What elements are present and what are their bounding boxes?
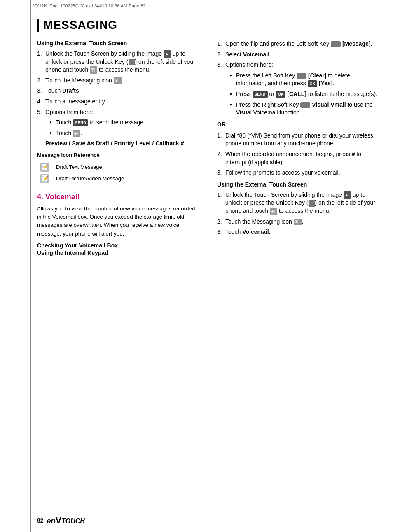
or-steps-list: 1. Dial *86 (*VM) Send from your phone o… xyxy=(217,132,381,177)
left-soft-key-icon xyxy=(331,41,341,47)
section1-title: Using the External Touch Screen xyxy=(37,40,201,47)
right-step-3: 3. Options from here: Press the Left Sof… xyxy=(217,61,381,117)
right-option-call: Press SEND or OK [CALL] to listen to the… xyxy=(229,90,381,98)
voicemail-description: Allows you to view the number of new voi… xyxy=(37,205,201,238)
or-step-3: 3. Follow the prompts to access your voi… xyxy=(217,169,381,177)
option-send: Touch SEND to send the message. xyxy=(49,119,201,127)
ext-touch-title: Using the External Touch Screen xyxy=(217,181,381,188)
right-soft-key-icon xyxy=(300,102,310,108)
checking-title1: Checking Your Voicemail Box xyxy=(37,242,201,249)
messaging-icon-2 xyxy=(294,219,302,225)
brand-logo: enVTOUCH xyxy=(47,515,85,526)
checking-section: Checking Your Voicemail Box Using the In… xyxy=(37,242,201,256)
right-option-clear: Press the Left Soft Key [Clear] to delet… xyxy=(229,72,381,88)
lock-key-icon xyxy=(129,59,135,65)
right-column: 1. Open the flip and press the Left Soft… xyxy=(217,40,381,257)
right-steps-top: 1. Open the flip and press the Left Soft… xyxy=(217,40,381,117)
step-1: 1. Unlock the Touch Screen by sliding th… xyxy=(37,50,201,74)
step-4: 4. Touch a message entry. xyxy=(37,98,201,106)
draft-text-label: Draft Text Message xyxy=(53,161,127,173)
option-menu: Touch . xyxy=(49,129,201,138)
icon-reference-table: Draft Text Message Draft Picture/Video M… xyxy=(37,161,127,184)
ext-step-3: 3. Touch Voicemail. xyxy=(217,228,381,236)
yes-label: [Yes] xyxy=(319,80,332,86)
right-options-list: Press the Left Soft Key [Clear] to delet… xyxy=(229,72,381,117)
page-content: MESSAGING Using the External Touch Scree… xyxy=(37,19,381,507)
message-label: [Message] xyxy=(342,40,370,47)
ext-steps-list: 1. Unlock the Touch Screen by sliding th… xyxy=(217,191,381,236)
ext-step-1: 1. Unlock the Touch Screen by sliding th… xyxy=(217,191,381,215)
ok-call-icon: OK xyxy=(276,91,286,98)
page-title: MESSAGING xyxy=(37,19,381,32)
header-text: VX11K_Eng_100225(1.3).qxd 3/4/10 10:36 A… xyxy=(33,3,145,8)
ok-yes-icon: OK xyxy=(308,80,318,87)
menu-option-icon xyxy=(73,130,80,137)
draft-video-label: Draft Picture/Video Message xyxy=(53,173,127,184)
or-step-2: 2. When the recorded announcement begins… xyxy=(217,150,381,166)
menu-grid-icon xyxy=(90,66,97,74)
voicemail-select-label: Voicemail xyxy=(243,51,269,58)
send-button-icon: SEND xyxy=(73,119,88,126)
clear-label: [Clear] xyxy=(308,72,326,79)
right-step-1: 1. Open the flip and press the Left Soft… xyxy=(217,40,381,48)
step-3: 3. Touch Drafts. xyxy=(37,87,201,95)
draft-video-icon xyxy=(40,174,49,183)
lock-key-icon-2 xyxy=(309,200,315,207)
preview-label: Preview / Save As Draft / Priority Level… xyxy=(45,140,201,148)
drafts-label: Drafts xyxy=(62,87,79,94)
page-number: 82 xyxy=(37,517,44,524)
draft-text-icon xyxy=(40,163,49,172)
checking-title2: Using the Internal Keypad xyxy=(37,250,201,256)
step-2: 2. Touch the Messaging icon . xyxy=(37,77,201,85)
right-step-2: 2. Select Voicemail. xyxy=(217,51,381,59)
or-divider: OR xyxy=(217,121,381,128)
unlock-arrow-icon-2 xyxy=(344,191,351,199)
page-header: VX11K_Eng_100225(1.3).qxd 3/4/10 10:36 A… xyxy=(33,3,360,10)
left-soft-key-clear-icon xyxy=(297,73,306,79)
menu-grid-icon-2 xyxy=(270,208,277,215)
page-footer: 82 enVTOUCH xyxy=(37,515,381,526)
page-margin xyxy=(0,0,31,532)
send-call-icon: SEND xyxy=(253,91,268,98)
voicemail-touch-label: Voicemail xyxy=(242,229,269,235)
icon-ref-row-1: Draft Text Message xyxy=(37,161,127,173)
or-step-1: 1. Dial *86 (*VM) Send from your phone o… xyxy=(217,132,381,148)
icon-ref-title: Message Icon Reference xyxy=(37,152,201,158)
voicemail-title: 4. Voicemail xyxy=(37,193,201,201)
icon-ref-row-2: Draft Picture/Video Message xyxy=(37,173,127,184)
two-column-layout: Using the External Touch Screen 1. Unloc… xyxy=(37,40,381,257)
unlock-arrow-icon xyxy=(164,50,171,58)
options-list: Touch SEND to send the message. Touch . xyxy=(49,119,201,137)
left-column: Using the External Touch Screen 1. Unloc… xyxy=(37,40,201,257)
call-label: [CALL] xyxy=(287,91,306,97)
right-option-vmail: Press the Right Soft Key Visual Vmail to… xyxy=(229,101,381,117)
visual-vmail-label: Visual Vmail xyxy=(312,101,346,108)
messaging-icon xyxy=(114,77,122,84)
ext-step-2: 2. Touch the Messaging icon . xyxy=(217,218,381,226)
step-5: 5. Options from here: Touch SEND to send… xyxy=(37,108,201,148)
steps-list: 1. Unlock the Touch Screen by sliding th… xyxy=(37,50,201,148)
